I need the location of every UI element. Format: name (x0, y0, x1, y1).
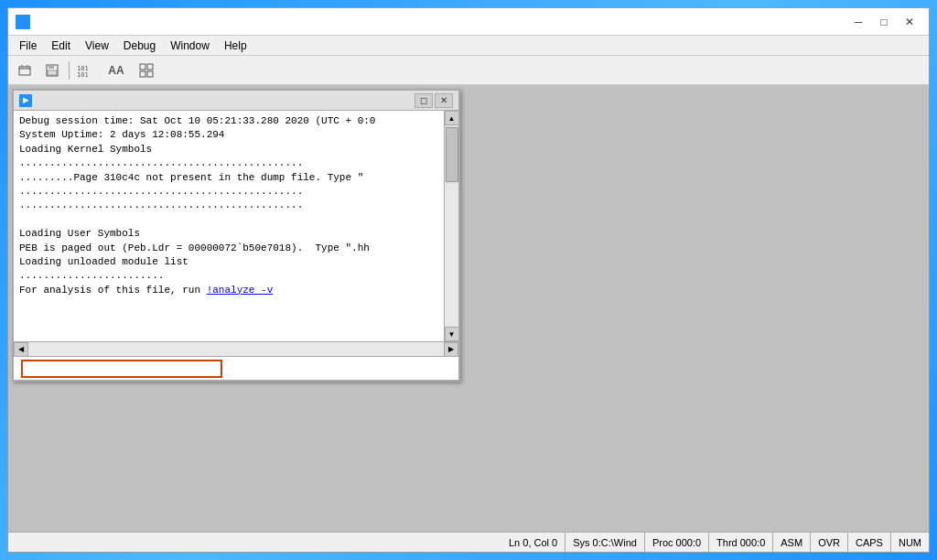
command-title-bar: ▶ ◻ ✕ (14, 91, 458, 111)
app-icon (16, 15, 30, 29)
analyze-link[interactable]: !analyze -v (207, 285, 274, 296)
scroll-left-arrow[interactable]: ◀ (14, 342, 28, 357)
svg-text:101: 101 (77, 71, 89, 78)
menu-bar: File Edit View Debug Window Help (8, 36, 929, 56)
scroll-track-h[interactable] (28, 342, 444, 356)
menu-debug[interactable]: Debug (116, 36, 163, 56)
toolbar: 101 101 AA (8, 56, 929, 85)
svg-rect-9 (147, 71, 153, 77)
main-content: ▶ ◻ ✕ Debug session time: Sat Oct 10 05:… (8, 85, 929, 532)
title-bar: ─ □ ✕ (8, 8, 929, 36)
windbg-main-window: ─ □ ✕ File Edit View Debug Window Help (7, 7, 930, 553)
command-input[interactable] (21, 360, 222, 378)
status-caps: CAPS (848, 533, 891, 552)
svg-rect-0 (19, 67, 30, 75)
command-window-controls: ◻ ✕ (415, 93, 453, 108)
close-button[interactable]: ✕ (898, 13, 921, 31)
toolbar-btn-1[interactable] (12, 59, 38, 82)
svg-rect-7 (147, 64, 153, 70)
output-text: Debug session time: Sat Oct 10 05:21:33.… (19, 114, 438, 297)
status-sys: Sys 0:C:\Wind (565, 533, 645, 552)
menu-view[interactable]: View (78, 36, 116, 56)
toolbar-sep-1 (69, 61, 70, 80)
svg-rect-3 (48, 70, 57, 75)
svg-rect-6 (140, 64, 145, 70)
command-restore-button[interactable]: ◻ (415, 93, 433, 108)
minimize-button[interactable]: ─ (846, 13, 870, 31)
command-input-area (14, 356, 458, 380)
open-icon (17, 63, 32, 78)
status-bar: Ln 0, Col 0 Sys 0:C:\Wind Proc 000:0 Thr… (8, 532, 929, 552)
toolbar-btn-5[interactable] (134, 59, 159, 82)
scroll-up-arrow[interactable]: ▲ (445, 111, 459, 125)
toolbar-btn-2[interactable] (39, 59, 65, 82)
window-controls: ─ □ ✕ (846, 13, 921, 31)
grid-icon (139, 63, 154, 78)
menu-window[interactable]: Window (163, 36, 217, 56)
horizontal-scrollbar[interactable]: ◀ ▶ (14, 341, 458, 356)
menu-help[interactable]: Help (217, 36, 254, 56)
command-window: ▶ ◻ ✕ Debug session time: Sat Oct 10 05:… (12, 89, 460, 382)
status-thrd: Thrd 000:0 (709, 533, 773, 552)
command-icon: ▶ (19, 94, 32, 107)
status-proc: Proc 000:0 (645, 533, 709, 552)
menu-edit[interactable]: Edit (44, 36, 78, 56)
output-container: Debug session time: Sat Oct 10 05:21:33.… (14, 111, 458, 341)
svg-rect-8 (140, 71, 145, 77)
scroll-right-arrow[interactable]: ▶ (444, 342, 458, 357)
scroll-thumb[interactable] (446, 127, 458, 182)
status-ovr: OVR (811, 533, 848, 552)
menu-file[interactable]: File (12, 36, 44, 56)
status-ln-col: Ln 0, Col 0 (501, 533, 565, 552)
status-asm: ASM (773, 533, 811, 552)
maximize-button[interactable]: □ (872, 13, 896, 31)
toolbar-btn-4[interactable]: AA (101, 59, 132, 82)
svg-rect-2 (48, 65, 54, 69)
scroll-track[interactable] (445, 184, 458, 327)
status-num: NUM (891, 533, 929, 552)
toolbar-btn-3[interactable]: 101 101 (73, 59, 99, 82)
command-close-button[interactable]: ✕ (435, 93, 453, 108)
save-icon (45, 63, 59, 78)
command-output: Debug session time: Sat Oct 10 05:21:33.… (14, 111, 444, 341)
hex-icon: 101 101 (76, 63, 96, 78)
scroll-down-arrow[interactable]: ▼ (445, 327, 459, 341)
vertical-scrollbar[interactable]: ▲ ▼ (444, 111, 458, 341)
